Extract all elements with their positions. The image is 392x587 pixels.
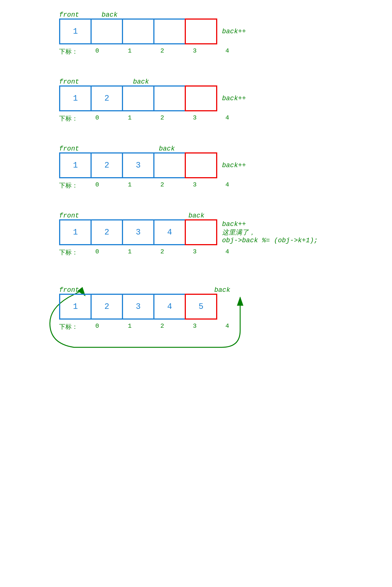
- cell-2-3: [153, 85, 186, 111]
- idx-4-1: 1: [113, 248, 146, 257]
- idx-3-0: 0: [81, 181, 113, 190]
- cell-2-4: [185, 85, 217, 111]
- side-label-2: back++: [222, 95, 246, 102]
- idx-4-2: 2: [146, 248, 178, 257]
- idx-3-4: 4: [211, 181, 243, 190]
- side-label-4b: 这里满了，: [222, 228, 318, 237]
- front-label-2: front: [59, 78, 79, 85]
- cell-5-0: 1: [59, 294, 92, 320]
- cell-2-2: [122, 85, 154, 111]
- idx-4-4: 4: [211, 248, 243, 257]
- top-labels-2: front back: [22, 74, 370, 85]
- idx-2-1: 1: [113, 114, 146, 123]
- front-label-5: front: [59, 286, 79, 294]
- side-label-4a: back++: [222, 220, 318, 228]
- cell-4-2: 3: [122, 219, 154, 245]
- cell-1-0: 1: [59, 18, 92, 44]
- diagram-2: front back 1 2 back++ 下标： 0 1 2 3 4: [22, 74, 370, 123]
- cell-3-0: 1: [59, 152, 92, 178]
- cell-5-3: 4: [153, 294, 186, 320]
- cell-2-1: 2: [91, 85, 123, 111]
- cell-3-2: 3: [122, 152, 154, 178]
- back-label-1: back: [102, 11, 117, 18]
- front-label-1: front: [59, 11, 79, 18]
- cell-3-4: [185, 152, 217, 178]
- back-label-2: back: [133, 78, 149, 85]
- side-notes-4: back++ 这里满了， obj->back %= (obj->k+1);: [222, 220, 318, 244]
- idx-1-4: 4: [211, 47, 243, 56]
- index-row-1: 下标： 0 1 2 3 4: [22, 47, 370, 56]
- front-label-4: front: [59, 212, 79, 219]
- index-row-2: 下标： 0 1 2 3 4: [22, 114, 370, 123]
- idx-1-3: 3: [178, 47, 211, 56]
- cell-5-1: 2: [91, 294, 123, 320]
- cell-5-2: 3: [122, 294, 154, 320]
- idx-2-3: 3: [178, 114, 211, 123]
- diagram-3: front back 1 2 3 back++ 下标： 0 1 2 3 4: [22, 141, 370, 190]
- cell-4-1: 2: [91, 219, 123, 245]
- side-label-4c: obj->back %= (obj->k+1);: [222, 237, 318, 244]
- cell-4-3: 4: [153, 219, 186, 245]
- idx-3-2: 2: [146, 181, 178, 190]
- array-row-2: 1 2 back++: [22, 85, 370, 111]
- front-label-3: front: [59, 145, 79, 152]
- index-label-4: 下标：: [59, 248, 78, 257]
- index-label-2: 下标：: [59, 114, 78, 123]
- index-row-4: 下标： 0 1 2 3 4: [22, 248, 370, 257]
- side-label-3: back++: [222, 162, 246, 169]
- idx-1-0: 0: [81, 47, 113, 56]
- diagram-1: front back 1 back++ 下标： 0 1 2 3 4: [22, 7, 370, 56]
- side-label-1: back++: [222, 28, 246, 35]
- cell-4-4: [185, 219, 217, 245]
- index-label-3: 下标：: [59, 181, 78, 190]
- cell-3-1: 2: [91, 152, 123, 178]
- cell-1-3: [153, 18, 186, 44]
- back-label-5: back: [214, 286, 230, 294]
- index-row-3: 下标： 0 1 2 3 4: [22, 181, 370, 190]
- array-row-5: 1 2 3 4 5: [22, 294, 370, 320]
- top-labels-3: front back: [22, 141, 370, 152]
- cell-1-4: [185, 18, 217, 44]
- idx-3-1: 1: [113, 181, 146, 190]
- idx-2-4: 4: [211, 114, 243, 123]
- array-row-3: 1 2 3 back++: [22, 152, 370, 178]
- index-label-1: 下标：: [59, 47, 78, 56]
- top-labels-1: front back: [22, 7, 370, 18]
- cell-2-0: 1: [59, 85, 92, 111]
- diagram-5: front back 1 2 3 4 5 下标： 0 1 2 3 4: [22, 279, 370, 353]
- diagram-4: front back 1 2 3 4 back++ 这里满了， obj->bac…: [22, 208, 370, 257]
- cell-5-4: 5: [185, 294, 217, 320]
- idx-1-2: 2: [146, 47, 178, 56]
- idx-4-3: 3: [178, 248, 211, 257]
- top-labels-4: front back: [22, 208, 370, 219]
- cell-1-1: [91, 18, 123, 44]
- idx-4-0: 0: [81, 248, 113, 257]
- cell-1-2: [122, 18, 154, 44]
- idx-1-1: 1: [113, 47, 146, 56]
- top-labels-5: front back: [22, 279, 370, 294]
- cell-4-0: 1: [59, 219, 92, 245]
- idx-3-3: 3: [178, 181, 211, 190]
- idx-2-0: 0: [81, 114, 113, 123]
- array-row-4: 1 2 3 4 back++ 这里满了， obj->back %= (obj->…: [22, 219, 370, 245]
- back-label-4: back: [188, 212, 204, 219]
- cell-3-3: [153, 152, 186, 178]
- idx-2-2: 2: [146, 114, 178, 123]
- back-label-3: back: [159, 145, 175, 152]
- array-row-1: 1 back++: [22, 18, 370, 44]
